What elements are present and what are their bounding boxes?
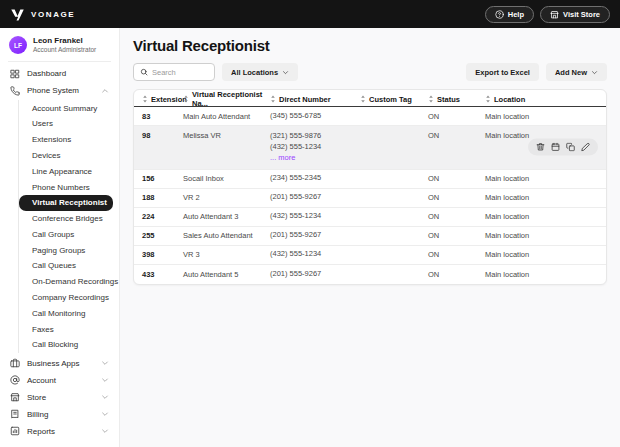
column-header-label: Status xyxy=(437,95,460,104)
sidebar-item-call-monitoring[interactable]: Call Monitoring xyxy=(19,305,113,321)
sidebar-item-virtual-receptionist[interactable]: Virtual Receptionist xyxy=(19,195,113,211)
direct-number-line: (432) 555-1234 xyxy=(270,249,360,260)
location-filter-button[interactable]: All Locations xyxy=(222,63,298,81)
sidebar-item-call-groups[interactable]: Call Groups xyxy=(19,227,113,243)
table-row[interactable]: 188VR 2(201) 555-9267ONMain location xyxy=(134,189,606,208)
sidebar-item-reports[interactable]: Reports xyxy=(0,423,119,440)
table-row[interactable]: 398VR 3(432) 555-1234ONMain location xyxy=(134,246,606,265)
sidebar-item-line-appearance[interactable]: Line Appearance xyxy=(19,163,113,179)
sidebar-item-account[interactable]: Account xyxy=(0,372,119,389)
column-header-direct_number[interactable]: Direct Number xyxy=(270,95,360,104)
table-row[interactable]: 255Sales Auto Attendant(201) 555-9267ONM… xyxy=(134,227,606,246)
cell-name: Sales Auto Attendant xyxy=(183,231,270,240)
briefcase-icon xyxy=(10,358,20,368)
column-header-name[interactable]: Virtual Receptionist Na... xyxy=(183,90,270,108)
sidebar-item-extensions[interactable]: Extensions xyxy=(19,132,113,148)
user-role: Account Administrator xyxy=(33,46,96,54)
sidebar-item-call-queues[interactable]: Call Queues xyxy=(19,258,113,274)
direct-number-line: (432) 555-1234 xyxy=(270,211,360,222)
cell-extension: 255 xyxy=(142,231,183,240)
sidebar-item-phone-system[interactable]: Phone System xyxy=(0,82,119,99)
cell-name: VR 3 xyxy=(183,250,270,259)
cell-direct-number: (201) 555-9267 xyxy=(270,269,360,280)
vonage-logo: VONAGE xyxy=(10,7,75,22)
sidebar-item-users[interactable]: Users xyxy=(19,116,113,132)
column-header-label: Direct Number xyxy=(279,95,331,104)
add-new-label: Add New xyxy=(555,68,587,77)
export-to-excel-button[interactable]: Export to Excel xyxy=(466,63,539,81)
main-content: Virtual Receptionist All Locations Expor… xyxy=(120,28,620,447)
sidebar-item-faxes[interactable]: Faxes xyxy=(19,321,113,337)
chevron-down-icon xyxy=(101,410,111,418)
topbar: VONAGE Help Visit Store xyxy=(0,0,620,28)
cell-status: ON xyxy=(428,193,485,202)
direct-number-line: (201) 555-9267 xyxy=(270,230,360,241)
delete-icon[interactable] xyxy=(536,143,545,152)
sidebar-item-business-apps[interactable]: Business Apps xyxy=(0,355,119,372)
cell-status: ON xyxy=(428,131,485,140)
search-box[interactable] xyxy=(133,63,215,81)
sort-icon[interactable] xyxy=(428,95,434,103)
sort-icon[interactable] xyxy=(142,95,148,103)
cell-status: ON xyxy=(428,270,485,279)
table-row[interactable]: 224Auto Attendant 3(432) 555-1234ONMain … xyxy=(134,208,606,227)
cell-name: Auto Attendant 3 xyxy=(183,212,270,221)
location-filter-label: All Locations xyxy=(231,68,278,77)
search-input[interactable] xyxy=(152,68,208,77)
cell-location: Main location xyxy=(485,212,598,221)
sidebar-item-label: Account xyxy=(27,376,56,385)
table-row[interactable]: 433Auto Attendant 5(201) 555-9267ONMain … xyxy=(134,265,606,284)
sort-icon[interactable] xyxy=(183,95,189,103)
sidebar-item-on-demand-recordings[interactable]: On-Demand Recordings xyxy=(19,274,113,290)
column-header-custom_tag[interactable]: Custom Tag xyxy=(360,95,428,104)
table-row[interactable]: 156Socail Inbox(234) 555-2345ONMain loca… xyxy=(134,170,606,189)
direct-number-line: (201) 555-9267 xyxy=(270,269,360,280)
sidebar-item-phone-numbers[interactable]: Phone Numbers xyxy=(19,179,113,195)
sidebar-item-paging-groups[interactable]: Paging Groups xyxy=(19,242,113,258)
sidebar-item-store[interactable]: Store xyxy=(0,389,119,406)
calendar-icon[interactable] xyxy=(551,143,560,152)
table-row[interactable]: 98Melissa VR(321) 555-9876(432) 555-1234… xyxy=(134,126,606,170)
cell-status: ON xyxy=(428,212,485,221)
help-button[interactable]: Help xyxy=(485,6,534,23)
cell-location: Main location xyxy=(485,250,598,259)
column-header-status[interactable]: Status xyxy=(428,95,485,104)
sidebar-item-company-recordings[interactable]: Company Recordings xyxy=(19,290,113,306)
sidebar-item-call-blocking[interactable]: Call Blocking xyxy=(19,337,113,353)
sort-icon[interactable] xyxy=(485,95,491,103)
user-block[interactable]: LF Leon Frankel Account Administrator xyxy=(0,34,119,61)
more-link[interactable]: ... more xyxy=(270,153,360,164)
table-row[interactable]: 83Main Auto Attendant(345) 555-6785ONMai… xyxy=(134,107,606,126)
column-header-label: Custom Tag xyxy=(369,95,412,104)
sidebar-item-conference-bridges[interactable]: Conference Bridges xyxy=(19,211,113,227)
sidebar-item-billing[interactable]: Billing xyxy=(0,406,119,423)
cell-direct-number: (345) 555-6785 xyxy=(270,111,360,122)
sidebar-item-account-summary[interactable]: Account Summary xyxy=(19,100,113,116)
add-new-button[interactable]: Add New xyxy=(546,63,607,81)
sort-icon[interactable] xyxy=(270,95,276,103)
chevron-down-icon xyxy=(101,359,111,367)
bar-chart-icon xyxy=(10,426,20,436)
cell-location: Main location xyxy=(485,231,598,240)
dashboard-icon xyxy=(10,69,20,79)
direct-number-line: (201) 555-9267 xyxy=(270,192,360,203)
cell-extension: 83 xyxy=(142,112,183,121)
direct-number-line: (432) 555-1234 xyxy=(270,142,360,153)
copy-icon[interactable] xyxy=(566,143,575,152)
storefront-icon xyxy=(10,392,20,402)
table-body: 83Main Auto Attendant(345) 555-6785ONMai… xyxy=(134,107,606,284)
visit-store-button[interactable]: Visit Store xyxy=(540,6,610,23)
sidebar-item-dashboard[interactable]: Dashboard xyxy=(0,65,119,82)
column-header-location[interactable]: Location xyxy=(485,95,598,104)
sidebar-item-label: Reports xyxy=(27,427,55,436)
sort-icon[interactable] xyxy=(360,95,366,103)
column-header-extension[interactable]: Extension xyxy=(142,95,183,104)
sidebar-item-devices[interactable]: Devices xyxy=(19,148,113,164)
storefront-icon xyxy=(550,10,559,19)
direct-number-line: (234) 555-2345 xyxy=(270,173,360,184)
table-header-row: ExtensionVirtual Receptionist Na...Direc… xyxy=(134,90,606,107)
cell-location: Main location xyxy=(485,174,598,183)
cell-extension: 398 xyxy=(142,250,183,259)
edit-icon[interactable] xyxy=(581,143,590,152)
sidebar-nav: DashboardPhone SystemAccount SummaryUser… xyxy=(0,65,119,440)
